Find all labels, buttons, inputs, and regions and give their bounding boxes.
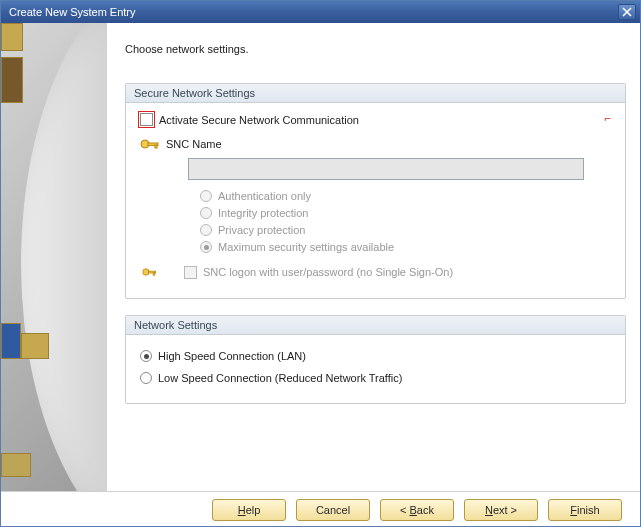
secure-group-header: Secure Network Settings — [126, 84, 625, 103]
key-icon-small — [140, 265, 160, 279]
window-title: Create New System Entry — [9, 6, 136, 18]
required-corner-icon: ⌐ — [604, 113, 611, 126]
radio-privacy — [200, 224, 212, 236]
svg-rect-2 — [155, 145, 157, 148]
snc-logon-label: SNC logon with user/password (no Single … — [203, 266, 453, 278]
content-area: Choose network settings. Secure Network … — [1, 23, 640, 491]
secure-network-group: Secure Network Settings Activate Secure … — [125, 83, 626, 299]
finish-button[interactable]: Finish — [548, 499, 622, 521]
radio-integrity-label: Integrity protection — [218, 207, 309, 219]
close-icon — [622, 7, 632, 17]
network-settings-group: Network Settings High Speed Connection (… — [125, 315, 626, 404]
close-button[interactable] — [618, 4, 636, 20]
title-bar: Create New System Entry — [1, 1, 640, 23]
wizard-sidebar-image — [1, 23, 107, 491]
key-icon — [140, 136, 160, 152]
wizard-main: Choose network settings. Secure Network … — [107, 23, 640, 491]
snc-name-label: SNC Name — [166, 138, 222, 150]
radio-auth-only-label: Authentication only — [218, 190, 311, 202]
radio-auth-only — [200, 190, 212, 202]
radio-max-security — [200, 241, 212, 253]
cancel-button[interactable]: Cancel — [296, 499, 370, 521]
next-button[interactable]: Next > — [464, 499, 538, 521]
radio-max-security-label: Maximum security settings available — [218, 241, 394, 253]
svg-rect-5 — [153, 273, 155, 275]
activate-snc-label: Activate Secure Network Communication — [159, 114, 359, 126]
snc-name-input — [188, 158, 584, 180]
activate-snc-checkbox[interactable] — [140, 113, 153, 126]
network-group-header: Network Settings — [126, 316, 625, 335]
radio-integrity — [200, 207, 212, 219]
snc-logon-checkbox — [184, 266, 197, 279]
radio-high-speed[interactable] — [140, 350, 152, 362]
radio-low-speed[interactable] — [140, 372, 152, 384]
wizard-footer: Help Cancel < Back Next > Finish — [1, 491, 640, 527]
radio-privacy-label: Privacy protection — [218, 224, 305, 236]
radio-low-speed-label: Low Speed Connection (Reduced Network Tr… — [158, 372, 402, 384]
instruction-text: Choose network settings. — [125, 43, 626, 55]
back-button[interactable]: < Back — [380, 499, 454, 521]
help-rest: elp — [246, 504, 261, 516]
radio-high-speed-label: High Speed Connection (LAN) — [158, 350, 306, 362]
help-button[interactable]: Help — [212, 499, 286, 521]
